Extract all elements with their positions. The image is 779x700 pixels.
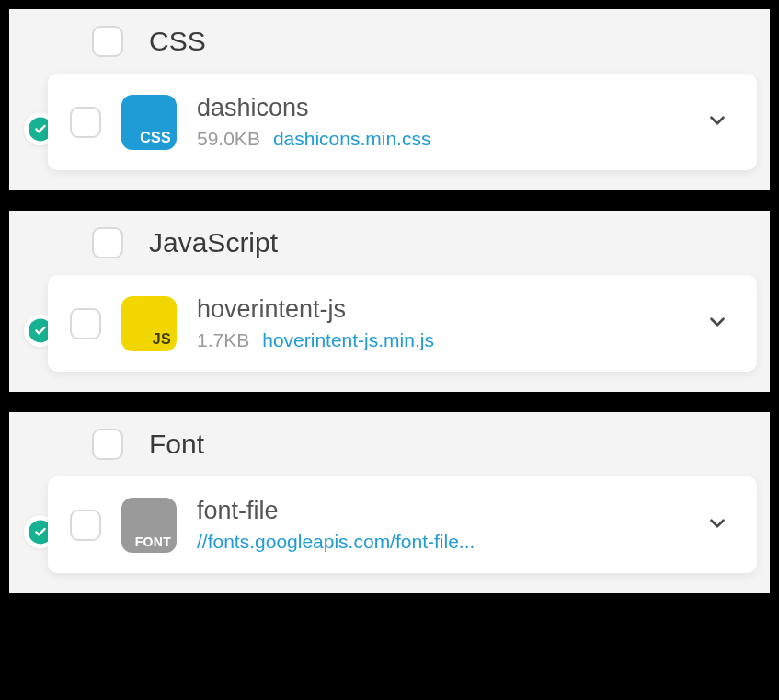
filetype-label: CSS xyxy=(140,130,171,146)
filetype-icon: JS xyxy=(121,296,177,351)
asset-size: 59.0KB xyxy=(197,128,260,150)
section-title: CSS xyxy=(149,26,206,57)
asset-checkbox[interactable] xyxy=(70,308,101,339)
asset-row: JS hoverintent-js 1.7KB hoverintent-js.m… xyxy=(9,275,770,392)
asset-name: hoverintent-js xyxy=(197,295,680,324)
filetype-icon: FONT xyxy=(121,498,177,553)
filetype-label: JS xyxy=(153,331,171,348)
asset-subline: 1.7KB hoverintent-js.min.js xyxy=(197,329,680,351)
asset-name: font-file xyxy=(197,497,680,525)
section-font: Font FONT font-file //fonts.googleapis.c… xyxy=(9,412,770,593)
asset-size: 1.7KB xyxy=(197,329,249,351)
section-header: Font xyxy=(9,412,770,476)
asset-link[interactable]: //fonts.googleapis.com/font-file... xyxy=(197,531,475,553)
section-checkbox[interactable] xyxy=(92,227,123,258)
section-title: JavaScript xyxy=(149,227,278,258)
asset-subline: //fonts.googleapis.com/font-file... xyxy=(197,531,680,553)
asset-meta: hoverintent-js 1.7KB hoverintent-js.min.… xyxy=(197,295,680,351)
section-header: JavaScript xyxy=(9,211,770,275)
asset-checkbox[interactable] xyxy=(70,510,101,541)
section-checkbox[interactable] xyxy=(92,26,123,57)
asset-link[interactable]: hoverintent-js.min.js xyxy=(262,329,434,351)
asset-row: CSS dashicons 59.0KB dashicons.min.css xyxy=(9,74,770,190)
section-css: CSS CSS dashicons 59.0KB dashicons.min.c… xyxy=(9,9,770,190)
filetype-icon: CSS xyxy=(121,95,177,150)
asset-link[interactable]: dashicons.min.css xyxy=(273,128,431,150)
asset-card[interactable]: CSS dashicons 59.0KB dashicons.min.css xyxy=(48,74,757,170)
asset-meta: font-file //fonts.googleapis.com/font-fi… xyxy=(197,497,680,553)
section-checkbox[interactable] xyxy=(92,429,123,460)
section-header: CSS xyxy=(9,9,770,74)
chevron-down-icon[interactable] xyxy=(700,304,735,343)
section-javascript: JavaScript JS hoverintent-js 1.7KB hover… xyxy=(9,211,770,392)
asset-row: FONT font-file //fonts.googleapis.com/fo… xyxy=(9,476,770,593)
section-title: Font xyxy=(149,429,204,460)
chevron-down-icon[interactable] xyxy=(700,103,735,142)
asset-card[interactable]: FONT font-file //fonts.googleapis.com/fo… xyxy=(48,476,757,573)
filetype-label: FONT xyxy=(135,534,171,549)
chevron-down-icon[interactable] xyxy=(700,506,735,545)
asset-meta: dashicons 59.0KB dashicons.min.css xyxy=(197,94,680,150)
asset-name: dashicons xyxy=(197,94,680,122)
asset-card[interactable]: JS hoverintent-js 1.7KB hoverintent-js.m… xyxy=(48,275,757,372)
asset-checkbox[interactable] xyxy=(70,107,101,138)
asset-subline: 59.0KB dashicons.min.css xyxy=(197,128,680,150)
